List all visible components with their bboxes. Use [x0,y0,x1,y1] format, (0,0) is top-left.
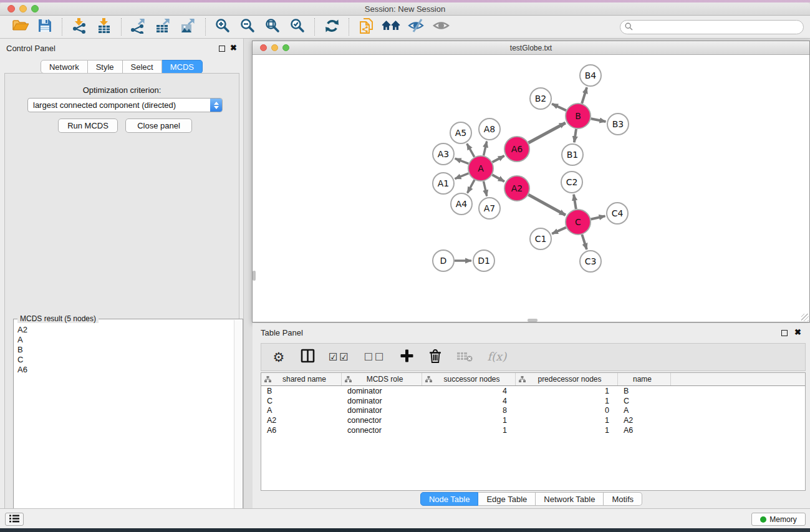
cell-predecessor-nodes[interactable]: 1 [516,416,618,425]
mcds-result-scrollbar[interactable] [234,320,242,532]
memory-button[interactable]: Memory [751,513,806,526]
import-network-button[interactable] [70,17,89,36]
select-all-rows-button[interactable]: ☑☑ [329,349,350,366]
graph-node-C[interactable]: C [566,210,591,235]
graph-edge-A-A4[interactable] [468,180,475,193]
export-image-button[interactable] [179,17,198,36]
graph-node-B[interactable]: B [566,104,591,128]
tab-select[interactable]: Select [123,60,162,74]
cell-MCDS-role[interactable]: connector [342,416,422,425]
open-session-button[interactable] [11,17,29,36]
close-panel-button[interactable]: Close panel [125,118,192,133]
table-row[interactable]: A6connector11A6 [261,425,805,435]
cell-successor-nodes[interactable]: 4 [422,387,516,395]
search-input[interactable] [633,23,803,32]
graph-node-A[interactable]: A [468,156,493,181]
run-mcds-button[interactable]: Run MCDS [58,118,118,133]
network-resize-corner[interactable] [801,314,809,321]
column-header-predecessor-nodes[interactable]: predecessor nodes [516,373,618,385]
show-panels-list-button[interactable] [5,513,24,526]
graph-node-B4[interactable]: B4 [580,65,601,86]
graph-edge-C-C2[interactable] [574,195,576,209]
tab-network[interactable]: Network [41,60,88,74]
cell-predecessor-nodes[interactable]: 1 [516,397,618,405]
export-table-button[interactable] [154,17,173,36]
cell-name[interactable]: A6 [618,426,671,435]
import-table-button[interactable] [95,17,113,36]
cell-successor-nodes[interactable]: 4 [422,397,516,405]
optimization-criterion-select[interactable]: largest connected component (directed) [27,98,223,112]
graph-edge-A-A6[interactable] [493,156,504,162]
graph-node-D1[interactable]: D1 [473,250,494,271]
tab-style[interactable]: Style [88,60,123,74]
graph-node-D[interactable]: D [433,250,454,271]
table-panel-float-icon[interactable] [781,330,788,336]
tab-motifs[interactable]: Motifs [604,492,642,506]
graph-node-B1[interactable]: B1 [562,144,583,165]
graph-node-A8[interactable]: A8 [479,118,500,140]
graph-node-A2[interactable]: A2 [504,176,529,201]
cell-successor-nodes[interactable]: 1 [422,426,516,435]
table-row[interactable]: Cdominator41C [261,396,805,406]
cell-name[interactable]: A2 [618,416,671,425]
cell-MCDS-role[interactable]: dominator [342,387,422,395]
cell-predecessor-nodes[interactable]: 1 [516,387,618,395]
graph-node-C3[interactable]: C3 [580,251,601,272]
cell-shared-name[interactable]: A2 [261,416,342,425]
graph-edge-A-A5[interactable] [467,143,475,157]
table-panel-close-icon[interactable]: ✖ [794,327,801,337]
table-row[interactable]: Adominator80A [261,405,805,415]
table-settings-button[interactable]: ⚙ [271,349,286,366]
table-row[interactable]: Bdominator41B [261,386,805,396]
cell-name[interactable]: A [618,406,671,415]
cell-shared-name[interactable]: A6 [261,426,342,435]
show-columns-button[interactable] [300,349,315,366]
graph-edge-C-C3[interactable] [582,235,587,249]
graph-node-A5[interactable]: A5 [450,122,471,143]
graph-node-C1[interactable]: C1 [530,228,551,249]
graph-edge-A-A2[interactable] [492,175,504,181]
export-network-button[interactable] [129,17,148,36]
column-header-name[interactable]: name [618,373,671,385]
graph-node-A3[interactable]: A3 [433,143,454,165]
graph-node-A6[interactable]: A6 [504,137,529,162]
cell-predecessor-nodes[interactable]: 1 [516,426,618,435]
mcds-result-item[interactable]: A2 [16,325,233,335]
graph-node-A1[interactable]: A1 [433,173,454,194]
zoom-out-button[interactable] [238,17,257,36]
cell-successor-nodes[interactable]: 1 [422,416,516,425]
cell-MCDS-role[interactable]: dominator [342,406,422,415]
tab-mcds[interactable]: MCDS [162,60,203,74]
tab-network-table[interactable]: Network Table [536,492,604,506]
network-vertical-scroll-handle[interactable] [253,271,256,281]
graph-edge-B-B3[interactable] [591,118,606,122]
search-box[interactable] [620,20,804,34]
column-header-shared-name[interactable]: shared name [261,373,342,385]
zoom-selected-button[interactable] [288,17,307,36]
hide-selected-button[interactable] [407,17,425,36]
graph-edge-B-B2[interactable] [552,104,566,110]
delete-columns-button[interactable] [428,349,443,366]
refresh-button[interactable] [322,17,341,36]
graph-edge-A-A8[interactable] [484,142,487,156]
graph-edge-A6-B[interactable] [528,123,565,143]
cell-successor-nodes[interactable]: 8 [422,406,516,415]
graph-node-B2[interactable]: B2 [530,88,551,109]
cell-shared-name[interactable]: A [261,406,342,415]
show-all-button[interactable] [432,17,450,36]
first-neighbors-button[interactable] [382,17,400,36]
column-header-MCDS-role[interactable]: MCDS role [342,373,422,385]
graph-node-C2[interactable]: C2 [561,172,582,193]
zoom-fit-button[interactable] [263,17,282,36]
cell-name[interactable]: C [618,397,671,405]
tab-edge-table[interactable]: Edge Table [478,492,536,506]
graph-edge-A-A1[interactable] [455,173,469,179]
control-panel-float-icon[interactable] [219,46,225,52]
save-session-button[interactable] [36,17,54,36]
network-horizontal-scroll-handle[interactable] [528,319,538,322]
graph-edge-A-A7[interactable] [483,181,486,196]
graph-edge-B-B1[interactable] [574,129,576,142]
graph-node-B3[interactable]: B3 [607,114,629,135]
cell-MCDS-role[interactable]: connector [342,426,422,435]
mcds-result-item[interactable]: B [16,345,233,355]
